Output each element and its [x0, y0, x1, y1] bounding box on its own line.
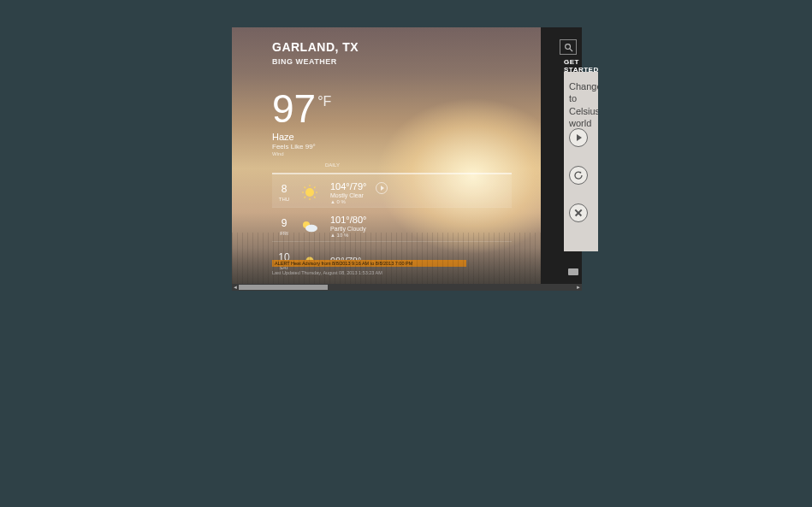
svg-line-13	[569, 48, 572, 50]
search-icon	[564, 43, 573, 52]
temp-value: 97	[272, 89, 316, 128]
precip: ▲ 0 %	[330, 199, 366, 204]
current-temp: 97 °F	[272, 89, 331, 128]
close-icon	[573, 208, 584, 218]
svg-point-12	[565, 44, 570, 49]
weather-panel: GARLAND, TX BING WEATHER 97 °F Haze Feel…	[232, 27, 541, 284]
svg-point-0	[305, 188, 314, 197]
tip-line: to Celsius	[569, 92, 593, 117]
tip-icon-stack	[569, 128, 588, 222]
app-window: GARLAND, TX BING WEATHER 97 °F Haze Feel…	[232, 27, 582, 291]
horizontal-scrollbar[interactable]: ◄ ►	[232, 284, 582, 291]
forecast-row[interactable]: 8 THU 104°/79° Mostly Clear ▲ 0 %	[272, 173, 512, 207]
tip-line: Change	[569, 80, 593, 92]
last-updated-label: Last Updated Thursday, August 08, 2013 1…	[272, 270, 382, 275]
refresh-icon	[573, 170, 584, 180]
cond: Mostly Clear	[330, 192, 366, 198]
scroll-thumb[interactable]	[239, 285, 328, 290]
sun-icon	[296, 180, 323, 204]
svg-point-10	[305, 224, 317, 231]
hilo: 104°/79°	[330, 181, 366, 192]
hilo: 101°/80°	[330, 215, 366, 225]
forecast-date: 9 FRI	[272, 217, 296, 236]
scroll-left-arrow[interactable]: ◄	[232, 284, 239, 291]
forecast-text: 104°/79° Mostly Clear ▲ 0 %	[330, 181, 366, 204]
wind-label: Wind	[272, 151, 284, 156]
svg-line-8	[305, 197, 306, 198]
date-dow: THU	[272, 197, 296, 202]
location-title: GARLAND, TX	[272, 40, 359, 54]
play-icon	[577, 134, 582, 141]
temp-unit: °F	[317, 94, 331, 109]
scroll-right-arrow[interactable]: ►	[575, 284, 582, 291]
expand-forecast-button[interactable]	[376, 182, 388, 194]
svg-line-7	[314, 187, 316, 189]
search-button[interactable]	[560, 39, 577, 55]
forecast-text: 101°/80° Partly Cloudy ▲ 10 %	[330, 215, 366, 238]
date-num: 9	[272, 217, 296, 229]
forecast-row[interactable]: 9 FRI 101°/80° Partly Cloudy ▲ 10 %	[272, 207, 512, 241]
close-button[interactable]	[569, 203, 588, 222]
refresh-button[interactable]	[569, 166, 588, 185]
partly-cloudy-icon	[296, 215, 323, 239]
forecast-section-label: DAILY	[325, 162, 340, 168]
condition-label: Haze	[272, 132, 294, 142]
keyboard-button[interactable]	[568, 268, 578, 275]
play-button[interactable]	[569, 128, 588, 147]
date-num: 8	[272, 183, 296, 195]
provider-label: BING WEATHER	[272, 57, 337, 66]
feels-like-label: Feels Like 99°	[272, 143, 316, 150]
weather-alert[interactable]: ALERT Heat Advisory from 8/8/2013 9:16 A…	[272, 260, 466, 267]
precip: ▲ 10 %	[330, 233, 366, 238]
date-dow: FRI	[272, 231, 296, 236]
forecast-date: 8 THU	[272, 183, 296, 202]
svg-line-5	[305, 187, 306, 189]
svg-line-6	[314, 197, 316, 198]
cond: Partly Cloudy	[330, 226, 366, 232]
